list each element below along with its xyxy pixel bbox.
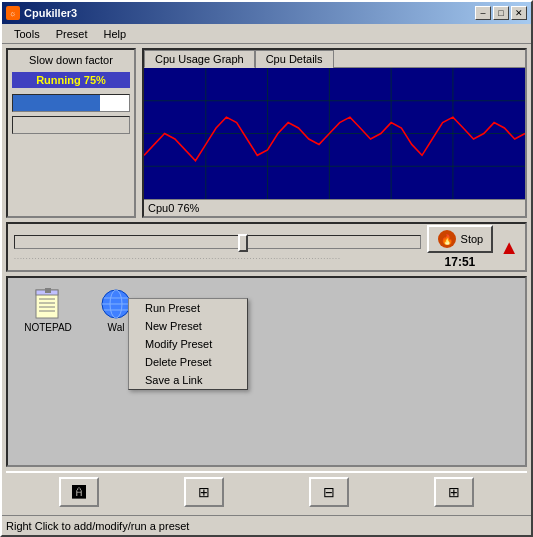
title-buttons: – □ ✕ [475, 6, 527, 20]
desktop-area: NOTEPAD Wal [6, 276, 527, 467]
running-badge: Running 75% [12, 72, 130, 88]
cpu-graph-svg [144, 68, 525, 199]
time-display: 17:51 [445, 255, 476, 269]
status-text: Right Click to add/modify/run a preset [6, 520, 189, 532]
tab-cpu-details[interactable]: Cpu Details [255, 50, 334, 68]
globe-label: Wal [108, 322, 125, 333]
bottom-toolbar: 🅰 ⊞ ⊟ ⊞ [6, 471, 527, 511]
toolbar-btn-1[interactable]: 🅰 [59, 477, 99, 507]
context-new-preset[interactable]: New Preset [129, 317, 247, 335]
toolbar-btn-2[interactable]: ⊞ [184, 477, 224, 507]
top-row: Slow down factor Running 75% Cpu Usage G… [6, 48, 527, 218]
context-run-preset[interactable]: Run Preset [129, 299, 247, 317]
tb-icon-1: 🅰 [72, 484, 86, 500]
toolbar-btn-3[interactable]: ⊟ [309, 477, 349, 507]
menu-tools[interactable]: Tools [6, 26, 48, 42]
main-slider[interactable] [14, 235, 421, 249]
slider-fill [13, 95, 100, 111]
svg-text:🔥: 🔥 [441, 233, 454, 246]
status-bar: Right Click to add/modify/run a preset [2, 515, 531, 535]
slow-down-panel: Slow down factor Running 75% [6, 48, 136, 218]
toolbar-btn-4[interactable]: ⊞ [434, 477, 474, 507]
graph-area [144, 68, 525, 199]
context-modify-preset[interactable]: Modify Preset [129, 335, 247, 353]
tab-bar: Cpu Usage Graph Cpu Details [144, 50, 525, 68]
notepad-svg [32, 288, 64, 320]
progress-slider-area: ........................................… [14, 235, 421, 260]
main-content: Slow down factor Running 75% Cpu Usage G… [2, 44, 531, 515]
empty-slider [12, 116, 130, 134]
stop-label: Stop [461, 233, 484, 245]
tab-cpu-usage-graph[interactable]: Cpu Usage Graph [144, 50, 255, 68]
menu-preset[interactable]: Preset [48, 26, 96, 42]
main-window: ☼ Cpukiller3 – □ ✕ Tools Preset Help Slo… [0, 0, 533, 537]
slider-thumb[interactable] [238, 234, 248, 252]
menu-help[interactable]: Help [95, 26, 134, 42]
progress-row: ........................................… [6, 222, 527, 272]
close-button[interactable]: ✕ [511, 6, 527, 20]
up-arrow-icon: ▲ [499, 237, 519, 257]
slow-down-title: Slow down factor [29, 54, 113, 66]
stop-area: 🔥 Stop 17:51 [427, 225, 494, 269]
svg-rect-16 [45, 288, 51, 293]
context-delete-preset[interactable]: Delete Preset [129, 353, 247, 371]
tb-icon-3: ⊟ [323, 484, 335, 500]
menu-bar: Tools Preset Help [2, 24, 531, 44]
desktop-icons: NOTEPAD Wal [8, 278, 525, 343]
usage-slider[interactable] [12, 94, 130, 112]
stop-icon: 🔥 [437, 229, 457, 249]
cpu-panel: Cpu Usage Graph Cpu Details [142, 48, 527, 218]
tb-icon-2: ⊞ [198, 484, 210, 500]
cpu-status: Cpu0 76% [144, 199, 525, 216]
context-save-link[interactable]: Save a Link [129, 371, 247, 389]
title-bar-text: ☼ Cpukiller3 [6, 6, 77, 20]
stop-button[interactable]: 🔥 Stop [427, 225, 494, 253]
slider-container [12, 94, 130, 134]
maximize-button[interactable]: □ [493, 6, 509, 20]
notepad-icon-img [32, 288, 64, 320]
window-title: Cpukiller3 [24, 7, 77, 19]
tb-icon-4: ⊞ [448, 484, 460, 500]
app-icon: ☼ [6, 6, 20, 20]
notepad-icon[interactable]: NOTEPAD [18, 288, 78, 333]
dots-row: ........................................… [14, 253, 421, 260]
notepad-label: NOTEPAD [24, 322, 72, 333]
title-bar: ☼ Cpukiller3 – □ ✕ [2, 2, 531, 24]
context-menu: Run Preset New Preset Modify Preset Dele… [128, 298, 248, 390]
minimize-button[interactable]: – [475, 6, 491, 20]
